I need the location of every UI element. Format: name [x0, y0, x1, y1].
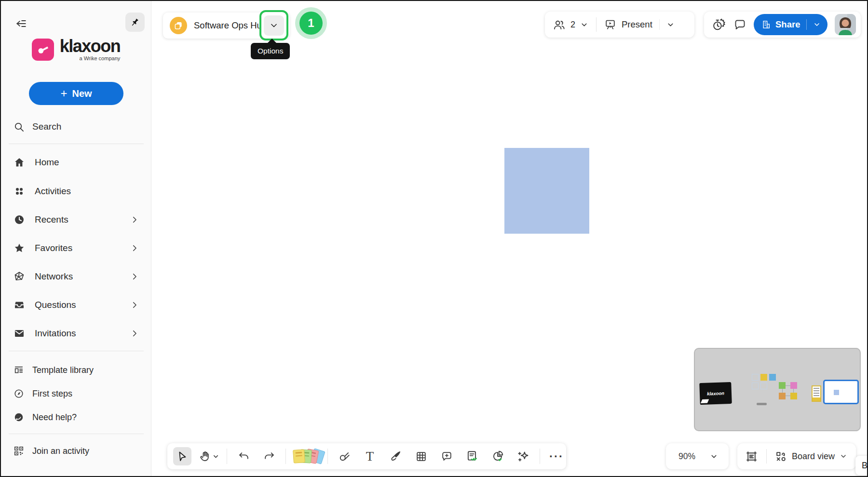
pie-chart-icon: [491, 450, 504, 463]
onboarding-step-badge: 1: [299, 12, 323, 35]
chevron-right-icon: [130, 329, 139, 338]
onboarding-step-badge-halo: 1: [295, 7, 327, 39]
table-icon: [415, 450, 427, 463]
divider: [596, 17, 597, 32]
sidebar-item-need-help[interactable]: Need help?: [1, 407, 151, 428]
divider: [540, 449, 540, 464]
share-button[interactable]: Share: [754, 14, 827, 35]
chevron-down-icon: [212, 453, 219, 460]
chevron-down-icon: [710, 452, 718, 461]
search-icon: [14, 121, 25, 132]
sidebar: klaxoon a Wrike company + New Search Hom…: [1, 1, 151, 476]
undo-icon: [238, 450, 250, 463]
participants-button[interactable]: 2: [553, 18, 588, 31]
participants-count: 2: [570, 20, 575, 30]
share-options-button[interactable]: [813, 21, 821, 28]
compass-icon: [14, 388, 24, 399]
new-button-label: New: [72, 88, 92, 99]
poll-tool-button[interactable]: [488, 447, 507, 465]
text-tool-button[interactable]: T: [361, 447, 379, 465]
user-avatar[interactable]: [835, 14, 856, 35]
chevron-right-icon: [130, 244, 139, 252]
divider: [806, 19, 807, 30]
clock-icon: [14, 214, 25, 225]
minimap-note: [790, 393, 797, 399]
undo-button[interactable]: [234, 447, 253, 465]
minimap-viewport[interactable]: [823, 380, 859, 404]
collapse-sidebar-button[interactable]: [12, 14, 30, 33]
sticky-notes-tool-button[interactable]: [293, 447, 320, 465]
zoom-level-control[interactable]: 90%: [666, 443, 729, 469]
minimap-note: [752, 374, 759, 381]
ai-tool-button[interactable]: [514, 447, 532, 465]
zoom-level: 90%: [678, 451, 695, 462]
chat-button[interactable]: [733, 18, 746, 31]
cursor-icon: [176, 450, 188, 462]
chevron-right-icon: [130, 215, 139, 224]
options-highlight-outline: [259, 10, 288, 40]
comment-tool-button[interactable]: [437, 447, 456, 465]
sidebar-item-first-steps[interactable]: First steps: [1, 383, 151, 404]
options-tooltip: Options: [251, 43, 290, 59]
board-options-button[interactable]: [264, 15, 284, 36]
session-controls: 2 Present: [545, 12, 694, 38]
pin-sidebar-button[interactable]: [125, 13, 145, 32]
chevron-right-icon: [130, 272, 139, 281]
pan-tool-button[interactable]: [199, 450, 219, 463]
brush-icon: [389, 450, 402, 463]
more-tools-button[interactable]: ···: [547, 447, 566, 465]
pin-icon: [130, 17, 140, 27]
sidebar-item-home[interactable]: Home: [1, 151, 151, 174]
survey-tool-button[interactable]: [463, 447, 481, 465]
frame-icon: [745, 450, 758, 463]
klaxoon-logo-icon: [32, 39, 54, 61]
redo-button[interactable]: [260, 447, 278, 465]
minimap[interactable]: klaxoon: [694, 348, 861, 431]
shape-tool-button[interactable]: [335, 447, 353, 465]
present-options-button[interactable]: [666, 21, 675, 29]
comment-plus-icon: [441, 450, 453, 463]
sidebar-item-recents[interactable]: Recents: [1, 208, 151, 231]
qr-code-icon: [14, 446, 24, 456]
home-icon: [14, 157, 25, 168]
chevron-down-icon: [269, 21, 279, 30]
sidebar-item-label: Join an activity: [32, 446, 89, 456]
sidebar-item-join-activity[interactable]: Join an activity: [1, 440, 151, 462]
minimap-viewport-note: [834, 390, 839, 395]
sidebar-item-networks[interactable]: Networks: [1, 265, 151, 288]
select-tool-button[interactable]: [173, 447, 191, 465]
divider: [285, 449, 286, 464]
divider: [9, 351, 144, 351]
search-button[interactable]: Search: [1, 116, 151, 138]
sidebar-item-label: First steps: [32, 389, 72, 399]
minimap-note: [760, 374, 767, 381]
frames-button[interactable]: [745, 450, 758, 463]
timer-button[interactable]: [712, 17, 726, 32]
chat-icon: [733, 18, 746, 31]
canvas-blue-sticky-note[interactable]: [504, 148, 589, 234]
present-button[interactable]: Present: [604, 19, 652, 31]
sidebar-item-activities[interactable]: Activities: [1, 180, 151, 203]
new-button[interactable]: + New: [29, 82, 123, 105]
sidebar-item-favorites[interactable]: Favorites: [1, 237, 151, 260]
chevron-down-icon: [666, 21, 675, 29]
view-mode-label: Board view: [792, 451, 835, 462]
divider: [766, 449, 767, 464]
minimap-klaxoon-image: klaxoon: [699, 382, 732, 405]
yellow-note-icon: [293, 449, 305, 464]
envelope-icon: [14, 328, 25, 339]
board-view-icon: [775, 450, 787, 463]
sidebar-item-questions[interactable]: Questions: [1, 293, 151, 317]
board-view-button[interactable]: Board view: [775, 450, 847, 463]
hand-icon: [199, 450, 211, 463]
present-label: Present: [622, 19, 652, 30]
question-list-icon: [466, 450, 478, 463]
sidebar-item-invitations[interactable]: Invitations: [1, 322, 151, 345]
sidebar-item-template-library[interactable]: Template library: [1, 359, 151, 381]
table-tool-button[interactable]: [412, 447, 430, 465]
draw-tool-button[interactable]: [386, 447, 405, 465]
minimap-note: [779, 382, 786, 389]
brand-name: klaxoon: [60, 38, 121, 55]
brand-tagline: a Wrike company: [79, 55, 120, 61]
share-label: Share: [775, 19, 800, 30]
